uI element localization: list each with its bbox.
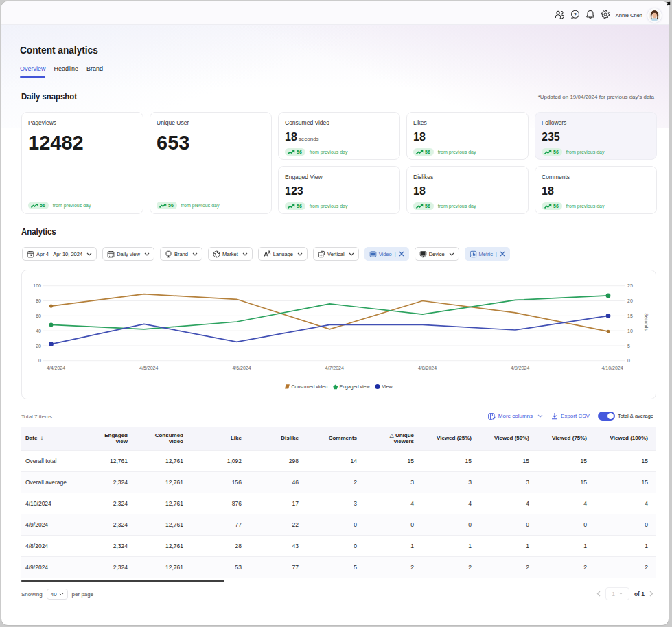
svg-text:Consumed video: Consumed video [292,384,328,389]
svg-text:4/8/2024: 4/8/2024 [418,366,437,370]
svg-text:4/9/2024: 4/9/2024 [511,366,529,370]
svg-text:?: ? [574,12,577,18]
svg-text:0: 0 [38,358,41,363]
svg-text:15: 15 [627,314,633,318]
svg-text:0: 0 [627,358,630,363]
svg-text:25: 25 [627,283,633,288]
svg-text:4/10/2024: 4/10/2024 [601,366,623,370]
svg-text:View: View [382,384,393,389]
svg-text:Engaged view: Engaged view [340,384,371,390]
svg-text:80: 80 [36,298,41,303]
svg-text:60: 60 [36,314,41,318]
svg-text:20: 20 [627,298,633,303]
svg-text:Seconds: Seconds [644,313,649,331]
svg-text:5: 5 [627,344,630,348]
svg-text:4/7/2024: 4/7/2024 [325,366,344,370]
svg-text:10: 10 [627,329,633,333]
svg-text:4/6/2024: 4/6/2024 [232,366,251,370]
svg-text:40: 40 [36,329,41,333]
svg-text:4/4/2024: 4/4/2024 [47,366,65,370]
svg-text:4/5/2024: 4/5/2024 [139,366,158,370]
svg-text:100: 100 [33,283,41,288]
svg-text:20: 20 [36,344,41,348]
